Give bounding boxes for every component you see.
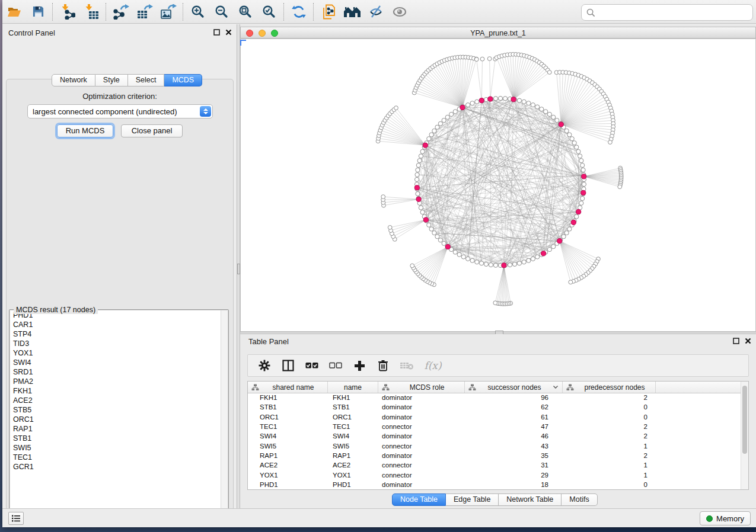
table-row[interactable]: FKH1FKH1dominator962 [248,393,741,402]
table-tab-node-table[interactable]: Node Table [392,493,446,506]
column-header-shared-name[interactable]: shared name [248,382,328,393]
cell-shared-name: ORC1 [248,414,328,421]
save-icon[interactable] [26,2,50,22]
result-list-scrollbar[interactable] [221,310,228,520]
result-node[interactable]: SRD1 [10,367,228,377]
columns-icon[interactable] [280,357,296,374]
column-header-name[interactable]: name [328,382,378,393]
select-all-icon[interactable] [304,357,320,374]
show-hidden-icon[interactable] [388,2,412,22]
table-tab-network-table[interactable]: Network Table [499,493,562,506]
close-panel-button[interactable]: Close panel [121,124,183,137]
search-input[interactable] [598,6,752,19]
float-panel-icon[interactable] [733,338,739,344]
scrollbar-thumb[interactable] [742,386,747,454]
result-node[interactable]: CAR1 [10,320,228,329]
network-canvas[interactable] [240,39,756,332]
table-body[interactable]: FKH1FKH1dominator962STB1STB1dominator620… [248,393,741,489]
clone-network-icon[interactable] [317,2,340,22]
column-type-icon [251,384,259,391]
cell-name: STB1 [328,403,378,411]
cell-shared-name: FKH1 [248,394,328,401]
tab-select[interactable]: Select [128,74,165,86]
import-table-icon[interactable] [79,2,103,22]
table-row[interactable]: RAP1RAP1dominator352 [248,451,741,460]
table-tab-motifs[interactable]: Motifs [562,493,597,506]
mcds-tab-content: NetworkStyleSelectMCDS Optimization crit… [6,79,234,525]
cell-successor-nodes: 35 [465,452,563,459]
table-row[interactable]: STB1STB1dominator620 [248,402,741,412]
home-icon[interactable] [340,2,364,22]
cell-name: SWI4 [328,432,378,440]
cell-successor-nodes: 31 [465,462,563,469]
add-column-icon[interactable] [352,357,367,374]
table-row[interactable]: ACE2ACE2connector311 [248,460,741,470]
result-node[interactable]: STP4 [10,329,228,339]
close-panel-icon[interactable] [225,29,232,36]
column-label: shared name [259,383,327,392]
search-field[interactable] [581,4,753,21]
network-window-titlebar[interactable]: YPA_prune.txt_1 [240,27,756,39]
export-image-icon[interactable] [157,2,180,22]
zoom-selected-icon[interactable] [257,2,281,22]
result-node[interactable]: SWI5 [10,443,228,453]
mcds-result-list[interactable]: PHD1CAR1STP4TID3YOX1SWI4SRD1PMA2FKH1ACE2… [9,310,228,521]
table-row[interactable]: SWI5SWI5connector431 [248,441,741,450]
dropdown-stepper-icon [200,106,211,117]
import-network-icon[interactable] [56,2,79,22]
hide-selected-icon[interactable] [364,2,388,22]
column-header-successor-nodes[interactable]: successor nodes [465,382,563,393]
result-node[interactable]: RAP1 [10,424,228,434]
table-row[interactable]: PHD1PHD1dominator180 [248,480,741,489]
result-node[interactable]: STB5 [10,405,228,415]
memory-label: Memory [716,514,744,523]
table-row[interactable]: TEC1TEC1connector472 [248,422,741,431]
result-node[interactable]: STB1 [10,434,228,443]
table-tab-edge-table[interactable]: Edge Table [446,493,499,506]
cell-shared-name: STB1 [248,403,328,411]
cell-mcds-role: connector [378,443,465,450]
result-node[interactable]: PMA2 [10,377,228,386]
result-node[interactable]: TID3 [10,339,228,348]
result-node[interactable]: GCR1 [10,462,228,472]
result-node[interactable]: SWI4 [10,358,228,367]
result-node[interactable]: ORC1 [10,415,228,424]
tab-network[interactable]: Network [52,74,95,86]
task-history-button[interactable] [8,512,24,525]
open-file-icon[interactable] [2,2,26,22]
tab-mcds[interactable]: MCDS [164,74,202,86]
gear-icon[interactable] [257,357,272,374]
main-toolbar [2,0,756,24]
network-graph[interactable] [241,39,755,331]
result-node[interactable]: YOX1 [10,348,228,358]
result-node[interactable]: FKH1 [10,386,228,396]
delete-column-icon[interactable] [375,357,391,374]
cytoscape-window: Control Panel NetworkStyleSelectMCDS Opt… [2,0,756,527]
table-row[interactable]: ORC1ORC1dominator610 [248,412,741,422]
export-table-icon[interactable] [133,2,157,22]
result-node[interactable]: TEC1 [10,453,228,462]
memory-button[interactable]: Memory [700,511,751,525]
table-row[interactable]: YOX1YOX1connector291 [248,470,741,479]
toolbar-separator [283,3,285,21]
cell-shared-name: ACE2 [248,462,328,469]
close-panel-icon[interactable] [745,338,751,344]
deselect-all-icon[interactable] [328,357,343,374]
result-node[interactable]: ACE2 [10,396,228,405]
tab-style[interactable]: Style [95,74,128,86]
float-panel-icon[interactable] [213,29,220,36]
run-mcds-button[interactable]: Run MCDS [57,124,113,137]
refresh-icon[interactable] [287,2,311,22]
table-scrollbar[interactable] [741,382,748,489]
zoom-in-icon[interactable] [186,2,210,22]
cell-predecessor-nodes: 2 [563,452,656,459]
zoom-fit-icon[interactable] [234,2,257,22]
zoom-out-icon[interactable] [210,2,234,22]
column-header-predecessor-nodes[interactable]: predecessor nodes [563,382,656,393]
export-network-icon[interactable] [109,2,133,22]
table-panel-titlebar: Table Panel [240,335,756,348]
column-header-mcds-role[interactable]: MCDS role [378,382,465,393]
criterion-dropdown[interactable]: largest connected component (undirected) [27,104,213,118]
cell-mcds-role: dominator [378,481,465,488]
table-row[interactable]: SWI4SWI4dominator462 [248,431,741,441]
